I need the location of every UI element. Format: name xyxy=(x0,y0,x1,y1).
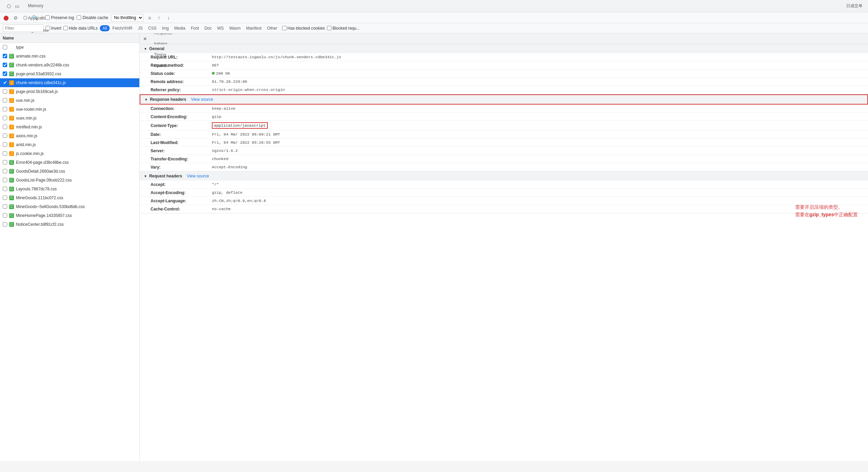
type-btn-manifest[interactable]: Manifest xyxy=(243,25,264,31)
invert-checkbox[interactable]: Invert xyxy=(46,26,61,31)
file-checkbox[interactable] xyxy=(3,54,7,58)
search-button[interactable]: 🔍 xyxy=(31,14,38,21)
file-name: type xyxy=(16,45,137,50)
list-item[interactable]: Cpuge-prod.53a83932.css xyxy=(0,69,139,78)
name-column-header: Name xyxy=(3,36,14,41)
file-name: chunk-vendors.a9c2246b.css xyxy=(16,63,137,67)
js-file-icon: J xyxy=(9,151,14,156)
file-checkbox[interactable] xyxy=(3,178,7,182)
has-blocked-cookies-checkbox[interactable]: Has blocked cookies xyxy=(282,26,325,31)
type-btn-other[interactable]: Other xyxy=(264,25,280,31)
list-item[interactable]: Jchunk-vendors.cdbe341c.js xyxy=(0,78,139,87)
response-header-row: Connection:keep-alive xyxy=(140,105,868,113)
file-checkbox[interactable] xyxy=(3,187,7,191)
file-checkbox[interactable] xyxy=(3,195,7,200)
css-file-icon: C xyxy=(9,204,14,209)
file-checkbox[interactable] xyxy=(3,107,7,111)
list-item[interactable]: Jvue-router.min.js xyxy=(0,105,139,114)
preserve-log-checkbox[interactable]: Preserve log xyxy=(45,15,74,20)
list-item[interactable]: CMineHomePage.14335857.css xyxy=(0,211,139,220)
response-header-row: Last-Modified:Fri, 04 Mar 2022 05:26:55 … xyxy=(140,139,868,147)
response-headers-section-header[interactable]: ▼ Response headers View source xyxy=(140,94,868,105)
css-file-icon: C xyxy=(9,169,14,174)
disable-cache-checkbox[interactable]: Disable cache xyxy=(77,15,108,20)
type-btn-all[interactable]: All xyxy=(100,25,110,31)
blocked-requests-checkbox[interactable]: Blocked requ... xyxy=(327,26,360,31)
file-checkbox[interactable] xyxy=(3,151,7,156)
list-item[interactable]: Canimate.min.css xyxy=(0,52,139,61)
list-item[interactable]: Jvue.min.js xyxy=(0,96,139,105)
list-item[interactable]: Jpuge-prod.5b169ca4.js xyxy=(0,87,139,96)
detail-tab-response[interactable]: Response xyxy=(149,33,177,39)
type-btn-js[interactable]: JS xyxy=(135,25,145,31)
file-checkbox[interactable] xyxy=(3,45,7,49)
file-checkbox[interactable] xyxy=(3,142,7,147)
list-item[interactable]: CMineGoods.111bc072.css xyxy=(0,193,139,202)
file-checkbox[interactable] xyxy=(3,72,7,76)
general-section-header[interactable]: ▼ General xyxy=(140,44,868,53)
tab-memory[interactable]: Memory xyxy=(23,0,67,12)
file-checkbox[interactable] xyxy=(3,116,7,120)
filter-input[interactable] xyxy=(3,25,44,32)
general-title: General xyxy=(149,46,165,51)
list-item[interactable]: CLayouts.7867dc78.css xyxy=(0,185,139,193)
file-name: MineGoods~SellGoods.530bd6db.css xyxy=(16,204,137,209)
file-checkbox[interactable] xyxy=(3,63,7,67)
close-detail-button[interactable]: ✕ xyxy=(141,35,149,43)
top-tab-bar: ⬡ ▭ ElementsConsoleNetworkSourcesPerform… xyxy=(0,0,868,12)
js-file-icon: J xyxy=(9,133,14,138)
response-view-source-link[interactable]: View source xyxy=(191,97,213,102)
type-btn-media[interactable]: Media xyxy=(171,25,188,31)
stop-button[interactable]: ⊘ xyxy=(12,14,19,21)
list-item[interactable]: Jvuex.min.js xyxy=(0,114,139,123)
file-checkbox[interactable] xyxy=(3,98,7,103)
file-checkbox[interactable] xyxy=(3,80,7,85)
disable-cache-input[interactable] xyxy=(77,15,81,20)
file-checkbox[interactable] xyxy=(3,89,7,94)
preserve-log-input[interactable] xyxy=(45,15,50,20)
upload-icon[interactable]: ↑ xyxy=(156,14,162,21)
file-name: Error404-page.d38c48be.css xyxy=(16,160,137,165)
type-btn-doc[interactable]: Doc xyxy=(202,25,214,31)
file-checkbox[interactable] xyxy=(3,204,7,209)
file-checkbox[interactable] xyxy=(3,160,7,164)
response-header-row: Transfer-Encoding:chunked xyxy=(140,155,868,163)
file-checkbox[interactable] xyxy=(3,169,7,173)
download-icon[interactable]: ↓ xyxy=(165,14,172,21)
wifi-icon[interactable]: ⌾ xyxy=(146,14,153,21)
filter-button[interactable]: ⬡ xyxy=(22,14,29,21)
type-btn-fetch/xhr[interactable]: Fetch/XHR xyxy=(110,25,135,31)
device-icon[interactable]: ▭ xyxy=(14,3,20,10)
list-item[interactable]: CGoodsDetail.2660ae3d.css xyxy=(0,167,139,176)
file-checkbox[interactable] xyxy=(3,222,7,226)
list-item[interactable]: Jantd.min.js xyxy=(0,140,139,149)
type-btn-img[interactable]: Img xyxy=(159,25,171,31)
list-item[interactable]: Jjs.cookie.min.js xyxy=(0,149,139,158)
file-checkbox[interactable] xyxy=(3,133,7,138)
request-view-source-link[interactable]: View source xyxy=(187,174,209,178)
list-item[interactable]: CMineGoods~SellGoods.530bd6db.css xyxy=(0,202,139,211)
type-btn-ws[interactable]: WS xyxy=(215,25,227,31)
cursor-icon[interactable]: ⬡ xyxy=(5,3,12,10)
list-item[interactable]: type xyxy=(0,43,139,52)
list-item[interactable]: CGoodsList-Page.09ceb222.css xyxy=(0,176,139,185)
filter-bar: Invert Hide data URLs AllFetch/XHRJSCSSI… xyxy=(0,23,868,33)
record-button[interactable]: ⬤ xyxy=(3,14,10,21)
window-title: 日成交单 xyxy=(846,3,865,9)
type-btn-font[interactable]: Font xyxy=(188,25,202,31)
file-checkbox[interactable] xyxy=(3,125,7,129)
list-item[interactable]: CError404-page.d38c48be.css xyxy=(0,158,139,167)
response-header-name: Connection: xyxy=(151,106,212,111)
list-item[interactable]: CNoticeCenter.b8f81cf2.css xyxy=(0,220,139,229)
list-item[interactable]: Jaxios.min.js xyxy=(0,131,139,140)
hide-data-urls-checkbox[interactable]: Hide data URLs xyxy=(63,26,98,31)
file-checkbox[interactable] xyxy=(3,213,7,218)
list-item[interactable]: Jminified.min.js xyxy=(0,123,139,131)
type-btn-wasm[interactable]: Wasm xyxy=(227,25,244,31)
request-headers-section: ▼ Request headers View source Accept:*/*… xyxy=(140,172,868,214)
type-btn-css[interactable]: CSS xyxy=(145,25,159,31)
request-headers-section-header[interactable]: ▼ Request headers View source xyxy=(140,172,868,180)
throttle-select[interactable]: No throttlingFast 3GSlow 3GOffline xyxy=(111,14,143,21)
list-item[interactable]: Cchunk-vendors.a9c2246b.css xyxy=(0,61,139,69)
header-value: 200 OK xyxy=(212,71,230,76)
